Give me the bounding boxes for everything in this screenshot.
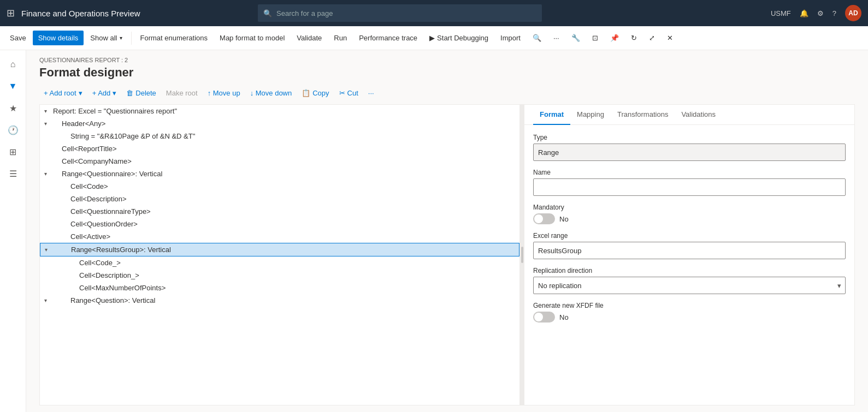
pin-icon[interactable]: 📌 (605, 31, 624, 45)
format-toolbar: + Add root ▾ + Add ▾ 🗑 Delete Make root … (26, 86, 868, 104)
move-down-button[interactable]: ↓ Move down (246, 86, 297, 100)
map-format-to-model-button[interactable]: Map format to model (214, 31, 290, 45)
add-root-button[interactable]: + Add root ▾ (39, 86, 87, 100)
tree-item[interactable]: ▾ Report: Excel = "Questionnaires report… (40, 105, 519, 117)
sidebar-icons: ⌂ ▼ ★ 🕐 ⊞ ☰ (0, 50, 26, 412)
refresh-icon[interactable]: ↻ (625, 31, 642, 45)
sidebar-recent-icon[interactable]: 🕐 (3, 120, 23, 140)
sidebar-filter-icon[interactable]: ▼ (3, 76, 23, 96)
tree-item[interactable]: Cell<CompanyName> (40, 155, 519, 168)
show-details-button[interactable]: Show details (33, 31, 84, 45)
copy-button[interactable]: 📋 Copy (297, 86, 333, 100)
copy-icon: 📋 (302, 89, 310, 97)
item-label: Range<Questionnaire>: Vertical (62, 170, 162, 178)
type-input[interactable] (533, 144, 846, 161)
grid-icon[interactable]: ⊞ (7, 7, 15, 19)
expander-icon (44, 234, 53, 240)
validate-button[interactable]: Validate (291, 31, 327, 45)
add-root-chevron: ▾ (79, 89, 82, 97)
tree-item[interactable]: String = "&R&10Page &P of &N &D &T" (40, 130, 519, 142)
save-button[interactable]: Save (4, 31, 32, 45)
excel-range-field: Excel range (533, 232, 846, 259)
replication-direction-select[interactable]: No replication Vertical Horizontal (533, 277, 846, 294)
expand-icon[interactable]: ⤢ (643, 31, 660, 45)
notification-icon[interactable]: 🔔 (800, 9, 808, 17)
add-button[interactable]: + Add ▾ (88, 86, 121, 100)
search-input[interactable] (276, 9, 536, 17)
expander-icon: ▾ (45, 247, 54, 253)
tab-validations[interactable]: Validations (675, 105, 722, 125)
divider-1 (131, 32, 132, 45)
performance-trace-button[interactable]: Performance trace (353, 31, 423, 45)
show-all-button[interactable]: Show all ▾ (85, 31, 127, 45)
tree-item[interactable]: Cell<Description> (40, 193, 519, 205)
main-content: QUESTIONNAIRES REPORT : 2 Format designe… (26, 50, 868, 412)
close-icon[interactable]: ✕ (662, 31, 678, 45)
tab-transformations[interactable]: Transformations (611, 105, 675, 125)
start-debugging-button[interactable]: ▶ Start Debugging (424, 31, 494, 45)
top-nav-right: USMF 🔔 ⚙ ? AD (771, 5, 861, 21)
move-up-button[interactable]: ↑ Move up (203, 86, 245, 100)
generate-xfdf-field: Generate new XFDF file No (533, 302, 846, 323)
avatar[interactable]: AD (845, 5, 861, 21)
tab-mapping[interactable]: Mapping (570, 105, 611, 125)
search-cmd-icon[interactable]: 🔍 (527, 31, 547, 45)
settings-icon[interactable]: ⚙ (817, 9, 824, 17)
expander-icon (44, 146, 53, 152)
delete-button[interactable]: 🗑 Delete (122, 86, 161, 100)
show-all-chevron-icon: ▾ (120, 35, 122, 41)
item-label: Header<Any> (62, 120, 105, 128)
sidebar-workspace-icon[interactable]: ⊞ (3, 142, 23, 162)
generate-xfdf-toggle-row: No (533, 312, 846, 323)
prop-body: Type Name Mandatory No (524, 125, 854, 331)
expander-icon (44, 260, 53, 266)
sidebar-list-icon[interactable]: ☰ (3, 164, 23, 183)
format-enumerations-button[interactable]: Format enumerations (135, 31, 214, 45)
expander-icon: ▾ (44, 121, 53, 127)
search-bar[interactable]: 🔍 (258, 4, 542, 22)
tree-item[interactable]: Cell<Active> (40, 230, 519, 243)
generate-xfdf-toggle[interactable] (533, 312, 555, 323)
generate-xfdf-label: Generate new XFDF file (533, 302, 846, 309)
excel-range-input[interactable] (533, 242, 846, 259)
run-button[interactable]: Run (328, 31, 352, 45)
mandatory-toggle-row: No (533, 213, 846, 224)
tab-format[interactable]: Format (533, 105, 570, 125)
tree-item[interactable]: Cell<Code_> (40, 256, 519, 269)
tree-item[interactable]: Cell<Code> (40, 180, 519, 193)
help-icon[interactable]: ? (832, 9, 836, 17)
tree-item[interactable]: ▾ Range<Questionnaire>: Vertical (40, 168, 519, 180)
sidebar-star-icon[interactable]: ★ (3, 98, 23, 118)
tree-item[interactable]: Cell<MaxNumberOfPoints> (40, 282, 519, 294)
puzzle-icon[interactable]: 🔧 (566, 31, 586, 45)
replication-direction-field: Replication direction No replication Ver… (533, 267, 846, 294)
import-button[interactable]: Import (495, 31, 526, 45)
tree-panel[interactable]: ▾ Report: Excel = "Questionnaires report… (39, 104, 520, 405)
mandatory-toggle[interactable] (533, 213, 555, 224)
layout: ⌂ ▼ ★ 🕐 ⊞ ☰ QUESTIONNAIRES REPORT : 2 Fo… (0, 50, 868, 412)
expander-icon (44, 285, 53, 291)
delete-icon: 🗑 (126, 89, 133, 97)
name-label: Name (533, 169, 846, 176)
tree-item[interactable]: Cell<QuestionOrder> (40, 218, 519, 230)
cut-icon: ✂ (339, 89, 345, 97)
tree-item[interactable]: Cell<Description_> (40, 269, 519, 282)
prop-tabs: Format Mapping Transformations Validatio… (524, 105, 854, 125)
tree-item[interactable]: ▾ Header<Any> (40, 117, 519, 130)
expander-icon (44, 221, 53, 227)
panel-resizer[interactable] (520, 104, 524, 405)
sidebar-home-icon[interactable]: ⌂ (3, 55, 23, 74)
tree-item[interactable]: ▾ Range<Question>: Vertical (40, 294, 519, 307)
more-toolbar-button[interactable]: ··· (364, 86, 379, 100)
panel-icon[interactable]: ⊡ (587, 31, 604, 45)
type-label: Type (533, 134, 846, 141)
tree-item[interactable]: Cell<QuestionnaireType> (40, 205, 519, 218)
name-input[interactable] (533, 178, 846, 196)
breadcrumb: QUESTIONNAIRES REPORT : 2 (39, 57, 855, 63)
make-root-button[interactable]: Make root (162, 86, 202, 100)
item-label: Cell<Active> (70, 232, 110, 241)
tree-item-selected[interactable]: ▾ Range<ResultsGroup>: Vertical (40, 243, 519, 256)
more-cmd-button[interactable]: ··· (548, 31, 565, 45)
tree-item[interactable]: Cell<ReportTitle> (40, 142, 519, 155)
cut-button[interactable]: ✂ Cut (335, 86, 363, 100)
